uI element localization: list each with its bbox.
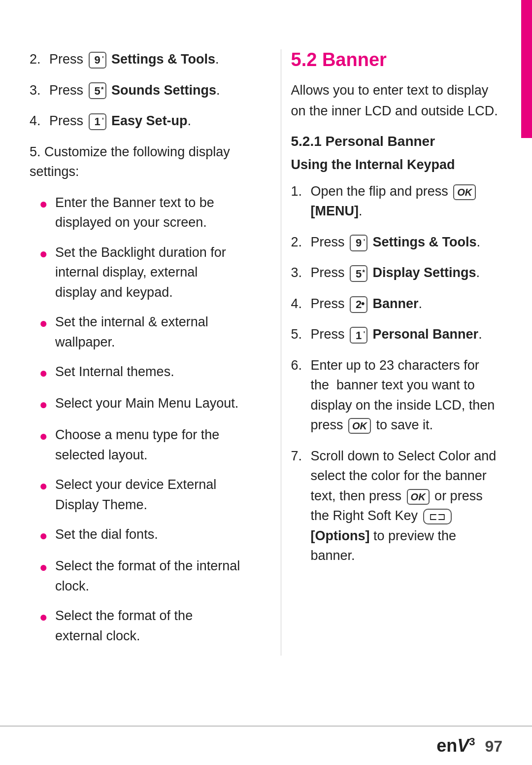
step-number: 5. <box>291 324 311 345</box>
step-number: 3. <box>30 80 49 101</box>
step-content: Press 9' Settings & Tools. <box>311 232 503 252</box>
ok-key-icon: OK <box>407 489 430 505</box>
right-step-1: 1. Open the flip and press OK [MENU]. <box>291 181 503 221</box>
key-sup: ' <box>102 115 103 126</box>
bullet-dot: ● <box>39 426 48 447</box>
step-content: Press 2● Banner. <box>311 294 503 314</box>
right-step-6: 6. Enter up to 23 characters for the ban… <box>291 355 503 435</box>
step-content: Press 5* Display Settings. <box>311 263 503 283</box>
menu-label: [MENU] <box>311 204 359 218</box>
list-item: ● Select the format of the external cloc… <box>39 606 241 646</box>
step-label: Banner <box>373 296 419 311</box>
list-item: ● Enter the Banner text to be displayed … <box>39 193 241 233</box>
step-label: Personal Banner <box>373 327 479 342</box>
bullet-dot: ● <box>39 476 48 496</box>
options-label: [Options] <box>311 528 370 543</box>
list-item: ● Set Internal themes. <box>39 362 241 383</box>
subsection-1-heading: 5.2.1 Personal Banner <box>291 134 503 149</box>
bullet-text: Select the format of the internal clock. <box>55 556 241 596</box>
bullet-text: Set the dial fonts. <box>55 524 158 545</box>
step-content: Scroll down to Select Color and select t… <box>311 446 503 566</box>
right-step-2: 2. Press 9' Settings & Tools. <box>291 232 503 252</box>
ok-key-icon: OK <box>453 184 476 200</box>
bullet-dot: ● <box>39 313 48 334</box>
right-soft-key-icon: ⊏⊐ <box>423 509 452 524</box>
footer: enV3 97 <box>0 726 532 765</box>
left-step-3: 3. Press 5* Sounds Settings. <box>30 80 241 101</box>
key-9-icon: 9' <box>350 235 367 251</box>
bullet-text: Set the internal & external wallpaper. <box>55 312 241 352</box>
list-item: ● Select your Main Menu Layout. <box>39 393 241 415</box>
key-sup: ● <box>361 298 365 309</box>
left-column: 2. Press 9' Settings & Tools. 3. Press 5… <box>30 49 251 656</box>
list-item: ● Choose a menu type for the selected la… <box>39 425 241 465</box>
key-sup: * <box>363 267 365 278</box>
key-5-icon: 5* <box>350 265 367 282</box>
step-content: Press 1' Easy Set-up. <box>49 111 241 131</box>
step-number: 1. <box>291 181 311 221</box>
bullet-text: Choose a menu type for the selected layo… <box>55 425 241 465</box>
step-label: Easy Set-up <box>111 113 188 128</box>
bullet-text: Set the Backlight duration for internal … <box>55 243 241 303</box>
key-9-icon: 9' <box>89 52 106 69</box>
step-number: 7. <box>291 446 311 566</box>
step-label: Display Settings <box>373 265 476 280</box>
step-content: Press 9' Settings & Tools. <box>49 49 241 70</box>
step-number: 6. <box>291 355 311 435</box>
step-label: Settings & Tools <box>373 235 477 249</box>
bullet-dot: ● <box>39 363 48 383</box>
intro-text: Allows you to enter text to display on t… <box>291 80 503 122</box>
bullet-text: Select the format of the external clock. <box>55 606 241 646</box>
bullet-text: Enter the Banner text to be displayed on… <box>55 193 241 233</box>
section-heading: 5.2 Banner <box>291 49 503 70</box>
step-number: 3. <box>291 263 311 283</box>
ok-key-icon: OK <box>348 418 371 434</box>
key-5-icon: 5* <box>89 82 106 99</box>
step-number: 4. <box>291 294 311 314</box>
brand-v: V <box>457 735 469 756</box>
brand-sup: 3 <box>469 735 475 748</box>
key-2-icon: 2● <box>350 296 367 313</box>
bullet-text: Set Internal themes. <box>55 362 174 382</box>
right-step-3: 3. Press 5* Display Settings. <box>291 263 503 283</box>
footer-brand: enV3 97 <box>436 735 502 756</box>
step-number: 4. <box>30 111 49 131</box>
bullet-dot: ● <box>39 557 48 578</box>
left-step-4: 4. Press 1' Easy Set-up. <box>30 111 241 131</box>
key-sup: * <box>101 84 103 95</box>
list-item: ● Set the dial fonts. <box>39 524 241 546</box>
list-item: ● Select the format of the internal cloc… <box>39 556 241 596</box>
key-sup: ' <box>102 54 103 64</box>
step-content: 5. Customize the following display setti… <box>30 142 241 182</box>
key-sup: ' <box>364 237 365 247</box>
step-label: Settings & Tools <box>111 52 215 67</box>
right-step-7: 7. Scroll down to Select Color and selec… <box>291 446 503 566</box>
brand-logo: enV3 <box>436 735 475 756</box>
left-step-5: 5. Customize the following display setti… <box>30 142 241 182</box>
bullet-dot: ● <box>39 194 48 214</box>
key-sup: ' <box>364 329 365 339</box>
bullet-dot: ● <box>39 394 48 415</box>
list-item: ● Set the Backlight duration for interna… <box>39 243 241 303</box>
step-label: Sounds Settings <box>111 83 216 98</box>
bullet-list: ● Enter the Banner text to be displayed … <box>39 193 241 646</box>
list-item: ● Select your device External Display Th… <box>39 475 241 515</box>
bullet-dot: ● <box>39 607 48 627</box>
bullet-dot: ● <box>39 525 48 546</box>
page-container: 2. Press 9' Settings & Tools. 3. Press 5… <box>0 0 532 765</box>
list-item: ● Set the internal & external wallpaper. <box>39 312 241 352</box>
step-number: 2. <box>291 232 311 252</box>
bullet-text: Select your Main Menu Layout. <box>55 393 238 414</box>
bullet-dot: ● <box>39 243 48 264</box>
accent-bar <box>521 0 532 138</box>
key-1-icon: 1' <box>89 113 106 130</box>
page-number: 97 <box>485 737 502 756</box>
subsection-2-heading: Using the Internal Keypad <box>291 157 503 173</box>
right-step-5: 5. Press 1' Personal Banner. <box>291 324 503 345</box>
right-step-4: 4. Press 2● Banner. <box>291 294 503 314</box>
left-step-2: 2. Press 9' Settings & Tools. <box>30 49 241 70</box>
step-number: 2. <box>30 49 49 70</box>
step-content: Open the flip and press OK [MENU]. <box>311 181 503 221</box>
step-content: Enter up to 23 characters for the banner… <box>311 355 503 435</box>
bullet-text: Select your device External Display Them… <box>55 475 241 515</box>
